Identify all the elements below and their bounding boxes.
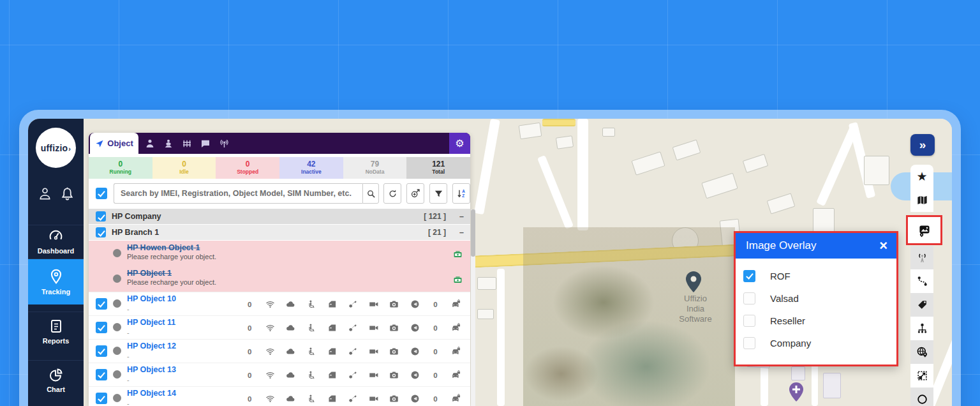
recharge-icon[interactable] (453, 275, 463, 285)
row-checkbox[interactable] (96, 322, 107, 333)
map-building (864, 156, 889, 185)
tower-icon (916, 252, 928, 264)
counter-idle[interactable]: 0Idle (152, 157, 216, 179)
refresh-button[interactable] (383, 183, 401, 204)
row-checkbox[interactable] (96, 345, 107, 357)
map-type-button[interactable] (910, 188, 933, 212)
close-icon[interactable]: × (879, 239, 887, 253)
collapse-panel-button[interactable]: » (910, 134, 935, 156)
overlay-option-company[interactable]: Company (736, 332, 896, 354)
tab-object[interactable]: Object (90, 133, 138, 154)
select-all-checkbox[interactable] (96, 188, 107, 199)
counter-running[interactable]: 0Running (89, 157, 152, 179)
filter-button[interactable] (429, 183, 447, 204)
geofence-icon[interactable] (182, 139, 192, 149)
collapse-icon[interactable]: – (459, 228, 464, 237)
object-row-expired[interactable]: HP Object 1 Please recharge your object. (89, 266, 470, 292)
more-button[interactable] (910, 387, 933, 406)
staff-pin-icon[interactable] (163, 139, 174, 149)
tower-button[interactable] (910, 246, 933, 269)
message-icon[interactable] (200, 139, 211, 149)
sidebar-item-reports[interactable]: Reports (28, 312, 84, 351)
videocam-icon (369, 323, 378, 333)
group-checkbox[interactable] (96, 227, 106, 237)
row-checkbox[interactable] (96, 369, 107, 380)
collapse-icon[interactable]: – (459, 212, 464, 221)
option-label: Company (770, 338, 811, 349)
option-checkbox[interactable] (743, 315, 755, 327)
object-name[interactable]: HP Howen Object 1 (127, 243, 470, 252)
overlay-option-valsad[interactable]: Valsad (736, 287, 896, 310)
object-name[interactable]: HP Object 12 (127, 342, 176, 350)
car-lock-icon (451, 394, 461, 403)
resize-icon (916, 370, 928, 382)
door-icon (327, 370, 337, 380)
sidebar-item-dashboard[interactable]: Dashboard (28, 225, 84, 257)
object-panel: Object ⚙ 0Running 0Idle 0Stopped 42Inact… (89, 133, 470, 406)
row-checkbox[interactable] (96, 298, 107, 310)
sidebar-item-chart[interactable]: Chart (28, 360, 84, 400)
route-button[interactable] (910, 269, 933, 293)
geo-pin-button[interactable] (910, 340, 933, 364)
object-row[interactable]: HP Object 12 - 0 0 (89, 339, 470, 363)
object-sub: - (127, 329, 130, 336)
sidebar-item-tracking[interactable]: Tracking (28, 259, 84, 304)
object-row-expired[interactable]: HP Howen Object 1 Please recharge your o… (89, 241, 470, 266)
user-icon[interactable] (38, 186, 52, 201)
object-name[interactable]: HP Object 1 (127, 269, 470, 278)
counter-total[interactable]: 121Total (406, 157, 470, 179)
counter-inactive[interactable]: 42Inactive (279, 157, 343, 179)
sort-az-button[interactable]: AZ (452, 183, 470, 204)
object-name[interactable]: HP Object 14 (127, 389, 176, 398)
tag-icon (916, 299, 928, 311)
filter-icon (434, 189, 443, 199)
object-name[interactable]: HP Object 11 (127, 318, 175, 327)
panel-scrollbar[interactable] (471, 209, 475, 406)
row-checkbox[interactable] (96, 393, 107, 404)
map-building (767, 193, 796, 214)
speedometer-icon (48, 228, 64, 244)
panel-tabbar: Object ⚙ (89, 133, 470, 154)
broadcast-icon[interactable] (219, 138, 230, 149)
counter-nodata[interactable]: 79NoData (343, 157, 407, 179)
seat-icon (307, 323, 316, 333)
clustering-button[interactable] (910, 317, 933, 340)
search-button[interactable] (362, 183, 379, 204)
search-input[interactable] (114, 183, 362, 204)
object-name[interactable]: HP Object 13 (127, 365, 176, 374)
object-row[interactable]: HP Object 14 - 0 0 (89, 386, 470, 406)
option-checkbox[interactable] (743, 292, 755, 304)
bell-icon[interactable] (60, 186, 75, 201)
group-row-branch[interactable]: HP Branch 1 [ 21 ] – (89, 225, 470, 240)
map-building (477, 309, 494, 319)
object-row[interactable]: HP Object 13 - 0 0 (89, 363, 470, 386)
recharge-message: Please recharge your object. (127, 253, 470, 260)
overlay-option-rof[interactable]: ROF (736, 265, 896, 287)
recharge-icon[interactable] (453, 250, 463, 259)
key-icon (348, 299, 357, 309)
hospital-pin-icon[interactable] (789, 382, 804, 402)
poi-pin-icon[interactable] (685, 271, 702, 292)
tag-button[interactable] (910, 293, 933, 317)
option-checkbox[interactable] (743, 337, 755, 349)
settings-button[interactable]: ⚙ (449, 133, 470, 154)
brand-logo[interactable]: uffizio (36, 128, 76, 168)
image-overlay-button[interactable] (906, 215, 942, 245)
driver-icon[interactable] (145, 139, 155, 149)
object-sub: - (127, 376, 130, 384)
favorites-button[interactable]: ★ (910, 165, 933, 188)
option-checkbox[interactable] (743, 270, 755, 282)
group-checkbox[interactable] (96, 211, 106, 222)
resize-button[interactable] (910, 364, 933, 387)
overlay-option-reseller[interactable]: Reseller (736, 310, 896, 332)
object-name[interactable]: HP Object 10 (127, 294, 176, 303)
media-icon (410, 347, 420, 356)
document-icon (48, 319, 64, 334)
counter-stopped[interactable]: 0Stopped (216, 157, 279, 179)
count-left: 0 (239, 301, 260, 308)
group-row-company[interactable]: HP Company [ 121 ] – (89, 209, 470, 224)
add-object-button[interactable] (406, 183, 424, 204)
object-row[interactable]: HP Object 11 - 0 0 (89, 315, 470, 339)
object-row[interactable]: HP Object 10 - 0 0 (89, 292, 470, 315)
scrollbar-thumb[interactable] (471, 209, 475, 257)
